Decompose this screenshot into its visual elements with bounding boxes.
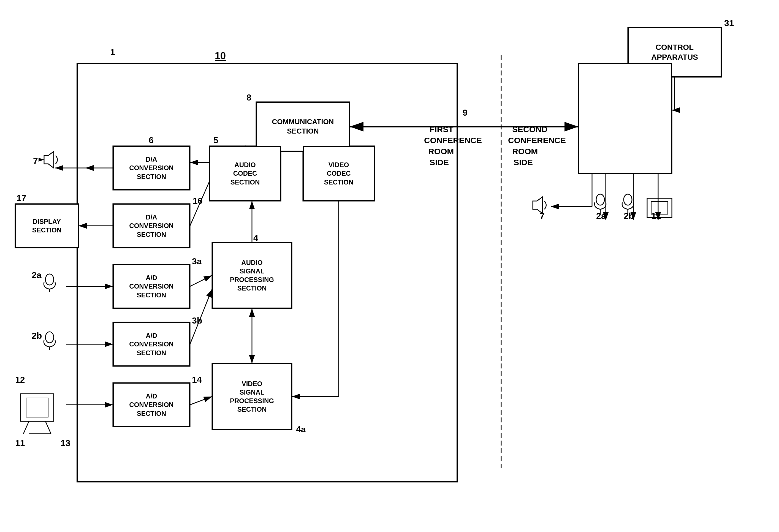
svg-text:ROOM: ROOM <box>512 147 538 156</box>
svg-text:5: 5 <box>214 135 218 145</box>
svg-marker-82 <box>44 152 54 168</box>
svg-text:4: 4 <box>253 233 258 243</box>
display-section-box: DISPLAYSECTION <box>15 204 78 248</box>
ad-conversion-3b-box: A/DCONVERSIONSECTION <box>113 322 190 366</box>
svg-text:13: 13 <box>61 438 70 448</box>
camera-left-icon <box>15 383 70 438</box>
video-signal-processing-box: VIDEOSIGNALPROCESSINGSECTION <box>212 363 292 429</box>
mic-2a-right-icon <box>591 193 610 218</box>
svg-text:SECOND: SECOND <box>512 125 547 134</box>
svg-text:ROOM: ROOM <box>428 147 454 156</box>
svg-line-30 <box>190 397 212 405</box>
da-conversion-1-box: D/ACONVERSIONSECTION <box>113 146 190 190</box>
svg-text:1: 1 <box>110 47 115 57</box>
svg-text:31: 31 <box>724 18 734 28</box>
speaker-right-icon <box>529 193 556 220</box>
svg-line-29 <box>190 289 212 344</box>
svg-line-90 <box>23 421 29 434</box>
svg-text:CONFERENCE: CONFERENCE <box>424 136 482 145</box>
second-conference-box <box>578 63 672 174</box>
svg-text:SIDE: SIDE <box>430 158 449 167</box>
svg-point-94 <box>596 194 604 205</box>
svg-text:4a: 4a <box>296 424 306 434</box>
svg-point-96 <box>624 194 632 205</box>
mic-2a-left-icon <box>40 273 59 292</box>
communication-section-box: COMMUNICATION SECTION <box>256 102 350 152</box>
svg-text:7: 7 <box>33 156 38 166</box>
svg-text:FIRST: FIRST <box>430 125 454 134</box>
svg-rect-98 <box>647 198 672 218</box>
diagram: 10 <box>0 0 779 532</box>
ad-conversion-14-box: A/DCONVERSIONSECTION <box>113 383 190 427</box>
mic-2b-right-icon <box>618 193 638 218</box>
video-codec-box: VIDEOCODECSECTION <box>303 146 374 201</box>
svg-rect-89 <box>26 398 48 417</box>
svg-point-84 <box>46 274 54 285</box>
svg-marker-93 <box>533 197 542 214</box>
svg-text:3b: 3b <box>192 315 202 326</box>
svg-text:3a: 3a <box>192 256 202 266</box>
svg-text:CONFERENCE: CONFERENCE <box>508 136 566 145</box>
svg-text:8: 8 <box>246 93 251 103</box>
camera-right-icon <box>644 193 677 223</box>
svg-text:11: 11 <box>15 438 25 448</box>
mic-2b-left-icon <box>40 331 59 350</box>
svg-rect-99 <box>651 201 668 214</box>
speaker-left-icon <box>39 149 61 171</box>
svg-line-91 <box>46 421 51 434</box>
da-conversion-2-box: D/ACONVERSIONSECTION <box>113 204 190 248</box>
svg-text:16: 16 <box>193 196 203 206</box>
svg-point-86 <box>46 332 54 343</box>
svg-text:17: 17 <box>16 193 26 203</box>
svg-text:6: 6 <box>149 135 154 145</box>
svg-line-25 <box>190 182 209 226</box>
svg-line-28 <box>190 275 212 286</box>
ad-conversion-3a-box: A/DCONVERSIONSECTION <box>113 264 190 308</box>
svg-text:SIDE: SIDE <box>514 158 533 167</box>
svg-text:14: 14 <box>192 375 202 385</box>
svg-text:9: 9 <box>463 108 468 118</box>
audio-codec-box: AUDIOCODECSECTION <box>209 146 281 201</box>
audio-signal-processing-box: AUDIOSIGNALPROCESSINGSECTION <box>212 242 292 308</box>
svg-text:10: 10 <box>215 50 226 61</box>
